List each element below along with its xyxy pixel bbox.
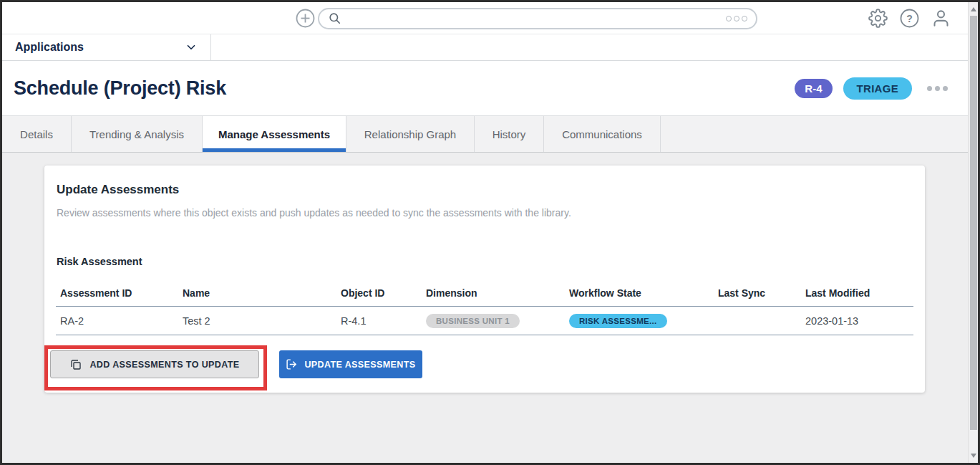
svg-text:?: ? (906, 13, 913, 24)
tab-bar: Details Trending & Analysis Manage Asses… (2, 116, 978, 153)
search-options-icon[interactable] (726, 16, 747, 21)
table-header-row: Assessment ID Name Object ID Dimension W… (56, 280, 913, 307)
table-row[interactable]: RA-2 Test 2 R-4.1 BUSINESS UNIT 1 RISK A… (56, 307, 913, 335)
update-assessments-button[interactable]: UPDATE ASSESSMENTS (279, 350, 422, 378)
cell-assessment-id: RA-2 (56, 315, 178, 327)
gear-icon (868, 9, 888, 28)
cell-name: Test 2 (178, 315, 336, 327)
more-options-icon[interactable] (927, 86, 948, 91)
col-last-sync: Last Sync (714, 287, 801, 299)
row-workflow-state-badge: RISK ASSESSME... (569, 314, 667, 328)
col-workflow-state: Workflow State (565, 287, 714, 299)
global-search[interactable] (318, 8, 757, 29)
card-title: Update Assessments (57, 183, 179, 197)
tab-details[interactable]: Details (2, 116, 72, 152)
tab-manage-assessments[interactable]: Manage Assessments (203, 116, 346, 152)
card-description: Review assessments where this object exi… (57, 207, 571, 219)
workflow-state-badge[interactable]: TRIAGE (843, 77, 912, 100)
person-icon (931, 9, 951, 28)
update-assessments-card: Update Assessments Review assessments wh… (44, 166, 925, 393)
tab-communications[interactable]: Communications (544, 116, 661, 152)
section-title: Risk Assessment (57, 256, 142, 267)
cell-dimension: BUSINESS UNIT 1 (422, 314, 565, 328)
app-window: ? Applications Schedule (Project) Risk R… (0, 0, 980, 465)
add-assessments-to-update-button[interactable]: ADD ASSESSMENTS TO UPDATE (50, 350, 259, 378)
applications-dropdown[interactable]: Applications (2, 34, 211, 60)
application-nav-bar: Applications (2, 34, 978, 61)
scroll-up-arrow-icon[interactable] (971, 7, 976, 11)
cell-workflow-state: RISK ASSESSME... (565, 314, 714, 328)
col-assessment-id: Assessment ID (56, 287, 178, 299)
update-button-label: UPDATE ASSESSMENTS (304, 360, 415, 370)
col-name: Name (178, 287, 336, 299)
push-update-icon (286, 358, 298, 370)
question-circle-icon: ? (900, 9, 919, 28)
scroll-down-arrow-icon[interactable] (971, 454, 976, 458)
search-icon (328, 11, 342, 26)
vertical-scrollbar[interactable] (968, 2, 978, 463)
search-input[interactable] (348, 13, 726, 24)
help-button[interactable]: ? (900, 9, 919, 28)
cell-object-id: R-4.1 (336, 315, 422, 327)
add-button-label: ADD ASSESSMENTS TO UPDATE (89, 360, 239, 370)
object-header: Schedule (Project) Risk R-4 TRIAGE (2, 61, 978, 116)
tab-content: Update Assessments Review assessments wh… (2, 153, 978, 463)
col-last-modified: Last Modified (801, 287, 913, 299)
settings-button[interactable] (868, 9, 888, 28)
tab-trending-analysis[interactable]: Trending & Analysis (72, 116, 203, 152)
plus-circle-icon (296, 9, 315, 28)
page-title: Schedule (Project) Risk (14, 77, 226, 100)
tab-relationship-graph[interactable]: Relationship Graph (346, 116, 475, 152)
user-menu-button[interactable] (931, 9, 951, 28)
col-dimension: Dimension (422, 287, 565, 299)
assessments-table: Assessment ID Name Object ID Dimension W… (56, 280, 913, 335)
top-bar: ? (2, 2, 978, 34)
tab-history[interactable]: History (475, 116, 544, 152)
copy-icon (69, 358, 82, 371)
scrollbar-thumb[interactable] (970, 16, 977, 430)
col-object-id: Object ID (336, 287, 422, 299)
applications-dropdown-label: Applications (15, 41, 84, 54)
cell-last-modified: 2023-01-13 (801, 315, 913, 327)
create-button[interactable] (296, 9, 315, 28)
chevron-down-icon (185, 41, 198, 54)
object-id-badge: R-4 (795, 79, 832, 98)
dimension-badge: BUSINESS UNIT 1 (426, 314, 520, 328)
